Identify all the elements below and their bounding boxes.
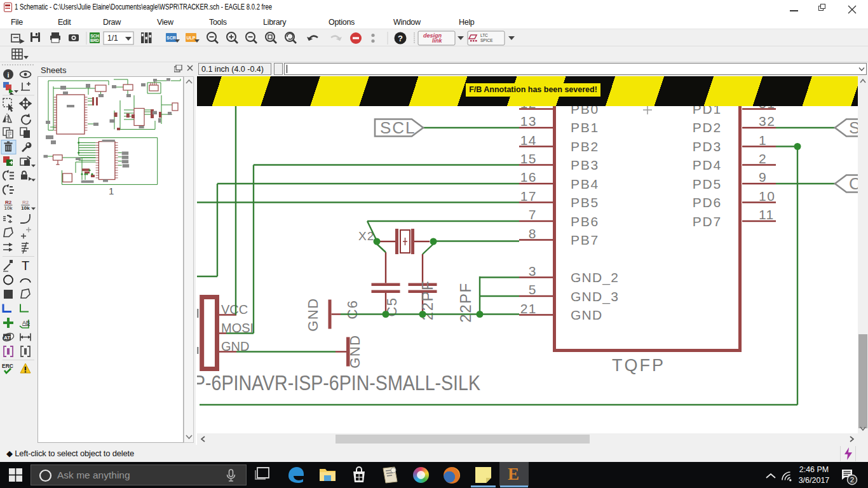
svg-text:VCC: VCC <box>221 302 248 316</box>
svg-text:GND_3: GND_3 <box>571 289 619 304</box>
svg-text:3: 3 <box>529 264 537 278</box>
svg-text:5: 5 <box>529 282 537 297</box>
svg-text:21: 21 <box>520 301 537 316</box>
svg-text:16: 16 <box>520 170 537 184</box>
svg-text:10: 10 <box>759 189 775 203</box>
svg-text:14: 14 <box>520 133 537 147</box>
svg-text:SCR: SCR <box>166 36 176 40</box>
svg-text:9: 9 <box>759 170 767 184</box>
svg-text:13: 13 <box>520 114 537 128</box>
svg-text:GND_2: GND_2 <box>571 270 619 285</box>
svg-text:SCL: SCL <box>380 118 416 137</box>
svg-text:SCH: SCH <box>90 34 99 38</box>
svg-text:10k: 10k <box>4 205 13 211</box>
svg-text:1/1: 1/1 <box>107 34 118 43</box>
svg-text:C: C <box>849 174 858 193</box>
svg-text:10k: 10k <box>21 205 30 211</box>
svg-text:PD4: PD4 <box>693 158 722 172</box>
svg-text:TQFP: TQFP <box>612 356 665 375</box>
svg-text:SPICE: SPICE <box>480 38 493 43</box>
svg-text:T: T <box>22 259 29 273</box>
svg-text:BRD: BRD <box>90 38 99 43</box>
svg-text:SI: SI <box>849 118 858 137</box>
svg-text:PB6: PB6 <box>571 214 599 229</box>
svg-text:7: 7 <box>529 207 537 222</box>
svg-text:8: 8 <box>529 226 537 241</box>
svg-text:GND: GND <box>305 297 321 331</box>
svg-text:GND: GND <box>571 308 602 322</box>
svg-text:2: 2 <box>759 151 767 166</box>
svg-text:R2: R2 <box>5 200 12 205</box>
svg-text:R2: R2 <box>22 200 29 205</box>
svg-text:AB: AB <box>22 320 30 326</box>
svg-text:MOSI: MOSI <box>221 321 254 335</box>
svg-text:PD3: PD3 <box>693 139 722 154</box>
svg-text:22PF: 22PF <box>457 282 474 322</box>
svg-text:17: 17 <box>520 189 537 203</box>
svg-text:GND: GND <box>347 334 363 368</box>
svg-text:PD6: PD6 <box>693 195 722 210</box>
svg-text:P-6PINAVR-ISP-6PIN-SMALL-SILK: P-6PINAVR-ISP-6PIN-SMALL-SILK <box>197 371 480 395</box>
svg-text:ULP: ULP <box>187 36 196 40</box>
svg-text:ERC: ERC <box>2 363 13 369</box>
svg-text:PB5: PB5 <box>571 195 599 210</box>
svg-text:LTC: LTC <box>480 33 488 37</box>
svg-text:PB2: PB2 <box>571 139 599 154</box>
svg-text:?: ? <box>398 34 403 43</box>
svg-text:PD7: PD7 <box>693 214 722 229</box>
svg-text:PB3: PB3 <box>571 158 599 172</box>
svg-text:C6: C6 <box>344 299 360 319</box>
svg-text:i: i <box>7 71 9 79</box>
svg-text:11: 11 <box>759 207 775 222</box>
svg-text:15: 15 <box>520 151 537 166</box>
svg-text:PD5: PD5 <box>693 177 722 191</box>
svg-text:PB7: PB7 <box>571 233 599 247</box>
svg-text:PD2: PD2 <box>693 120 722 135</box>
svg-text:1: 1 <box>109 186 114 196</box>
svg-text:2: 2 <box>850 476 854 484</box>
svg-text:32: 32 <box>759 114 775 128</box>
svg-text:link: link <box>432 37 442 44</box>
svg-text:GND: GND <box>221 339 249 353</box>
svg-text:PB4: PB4 <box>571 177 599 191</box>
svg-text:PB1: PB1 <box>571 120 599 135</box>
svg-text:1: 1 <box>759 133 767 147</box>
